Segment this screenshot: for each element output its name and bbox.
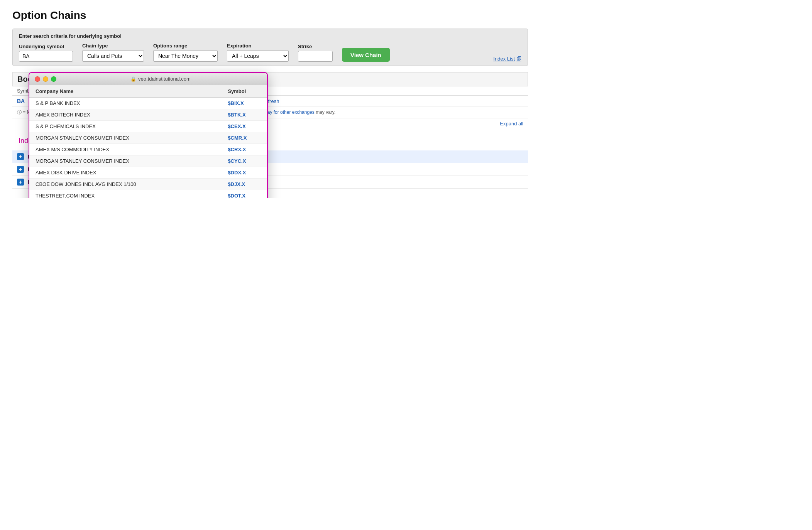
popup-company-cell: AMEX BOITECH INDEX [29,109,222,121]
popup-company-cell: MORGAN STANLEY CONSUMER INDEX [29,132,222,144]
popup-table-row: AMEX BOITECH INDEX$BTK.X [29,109,267,121]
expiry-expand-icon[interactable]: + [17,153,24,160]
popup-url: veo.tdainstitutional.com [138,76,191,82]
strike-input[interactable] [298,51,333,62]
underlying-symbol-input[interactable] [19,51,73,62]
popup-company-cell: S & P BANK INDEX [29,98,222,109]
popup-company-cell: THESTREET.COM INDEX [29,190,222,198]
underlying-symbol-label: Underlying symbol [19,44,73,49]
options-range-label: Options range [153,43,218,49]
popup-symbol-cell[interactable]: $CYC.X [222,155,267,167]
search-bar-label: Enter search criteria for underlying sym… [19,33,122,39]
options-range-group: Options range Near The Money All In The … [153,43,218,62]
options-range-select[interactable]: Near The Money All In The Money Out of T… [153,50,218,62]
popup-symbol-cell[interactable]: $CRX.X [222,144,267,155]
strike-group: Strike [298,44,333,62]
popup-table-row: S & P BANK INDEX$BIX.X [29,98,267,109]
lock-icon: 🔒 [130,76,136,82]
popup-symbol-cell[interactable]: $BTK.X [222,109,267,121]
maximize-button[interactable] [51,76,56,82]
index-list-link-text: Index List [493,56,515,62]
chain-type-label: Chain type [82,43,144,49]
popup-symbol-cell[interactable]: $DOT.X [222,190,267,198]
chain-type-select[interactable]: Calls and Puts Calls Only Puts Only [82,50,144,62]
popup-symbol-cell[interactable]: $BIX.X [222,98,267,109]
popup-company-cell: AMEX DISK DRIVE INDEX [29,167,222,179]
popup-company-cell: MORGAN STANLEY CONSUMER INDEX [29,155,222,167]
expand-all-text: Expand all [500,121,523,127]
popup-company-cell: S & P CHEMICALS INDEX [29,121,222,132]
popup-symbol-cell[interactable]: $CEX.X [222,121,267,132]
view-chain-button[interactable]: View Chain [342,48,390,62]
search-bar: Enter search criteria for underlying sym… [12,29,528,66]
popup-table-header: Company Name Symbol [29,85,267,98]
popup-table-row: CBOE DOW JONES INDL AVG INDEX 1/100$DJX.… [29,179,267,190]
popup-symbol-cell[interactable]: $DJX.X [222,179,267,190]
expiry-expand-icon[interactable]: + [17,179,24,186]
chain-type-group: Chain type Calls and Puts Calls Only Put… [82,43,144,62]
popup-table-row: S & P CHEMICALS INDEX$CEX.X [29,121,267,132]
expiration-group: Expiration All + Leaps All Monthly Weekl… [227,43,289,62]
page-title: Option Chains [12,9,528,22]
popup-symbol-cell[interactable]: $DDX.X [222,167,267,179]
popup-title: 🔒 veo.tdainstitutional.com [59,76,262,82]
expiry-expand-icon[interactable]: + [17,166,24,173]
popup-table-row: MORGAN STANLEY CONSUMER INDEX$CYC.X [29,155,267,167]
popup-table-row: MORGAN STANLEY CONSUMER INDEX$CMR.X [29,132,267,144]
notice-suffix: may vary. [316,110,335,115]
main-content: Boe Symbol Last Change Bid Ask High Low … [12,72,528,189]
index-list-popup: 🔒 veo.tdainstitutional.com Company Name … [29,72,268,198]
delay-link[interactable]: delay for other exchanges [261,110,315,115]
close-button[interactable] [35,76,40,82]
popup-traffic-lights [35,76,56,82]
popup-table-row: AMEX M/S COMMODITY INDEX$CRX.X [29,144,267,155]
popup-symbol-cell[interactable]: $CMR.X [222,132,267,144]
strike-label: Strike [298,44,333,49]
stock-symbol-link[interactable]: BA [17,98,25,104]
expiration-select[interactable]: All + Leaps All Monthly Weekly [227,50,289,62]
popup-table: Company Name Symbol S & P BANK INDEX$BIX… [29,85,267,198]
popup-col-company: Company Name [29,85,222,98]
minimize-button[interactable] [43,76,48,82]
popup-col-symbol: Symbol [222,85,267,98]
popup-body[interactable]: Company Name Symbol S & P BANK INDEX$BIX… [29,85,267,198]
form-row: Underlying symbol Chain type Calls and P… [19,43,521,62]
index-list-link[interactable]: Index List 🗐 [493,56,521,62]
popup-table-row: THESTREET.COM INDEX$DOT.X [29,190,267,198]
popup-table-row: AMEX DISK DRIVE INDEX$DDX.X [29,167,267,179]
popup-titlebar: 🔒 veo.tdainstitutional.com [29,73,267,85]
popup-company-cell: AMEX M/S COMMODITY INDEX [29,144,222,155]
index-list-icon: 🗐 [516,56,521,62]
underlying-symbol-group: Underlying symbol [19,44,73,62]
popup-company-cell: CBOE DOW JONES INDL AVG INDEX 1/100 [29,179,222,190]
expiration-label: Expiration [227,43,289,49]
